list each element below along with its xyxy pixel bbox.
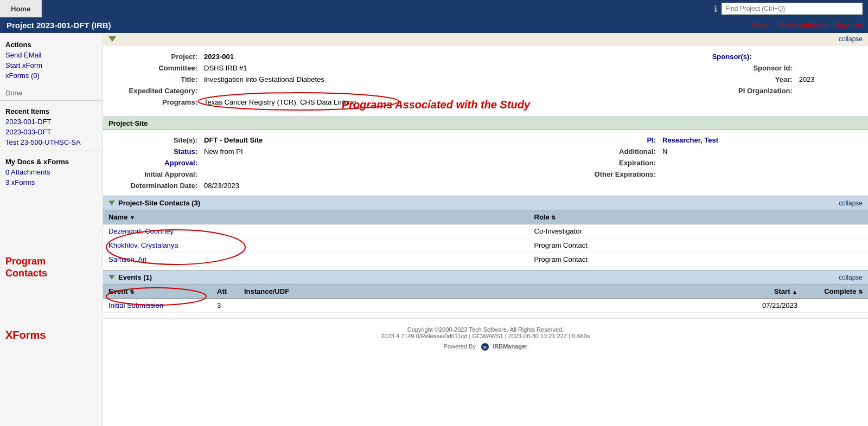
recent-item-2[interactable]: Test 23-500-UTHSC-SA [0,137,103,147]
approval-value [201,157,461,169]
sites-value: DFT - Default Site [201,134,461,146]
additional-value: N [659,146,857,157]
sidebar: Actions Send EMail Start xForm xForms (0… [0,33,103,426]
contacts-section-header: Project-Site Contacts (3) collapse [103,196,868,210]
committee-label: Committee: [114,62,201,74]
complete-header[interactable]: Complete ⇅ [803,285,868,299]
project-title: Project 2023-001-DFT (IRB) [7,21,111,30]
sort-icon-role: ⇅ [551,215,556,221]
start-xform-link[interactable]: Start xForm [0,60,103,70]
copyright-text: Copyright ©2000-2023 Tech Software. All … [111,326,860,333]
committee-value: DSHS IRB #1 [201,62,412,74]
actions-title: Actions [0,37,103,50]
other-exp-value [659,169,857,180]
collapse-link-top[interactable]: collapse [839,35,863,43]
help-icon: ℹ [714,4,717,14]
contact-name-cell[interactable]: Khokhlov, Crystalanya [103,238,529,253]
year-value: 2023 [796,74,857,85]
header-links: Help Test's Settings Sign off [753,21,861,29]
xforms-count-link[interactable]: 3 xForms [0,177,103,188]
programs-annotation-text: Programs Associated with the Study [342,99,530,111]
contact-name-cell[interactable]: Dezendorf, Courtney [103,224,529,238]
project-label: Project: [114,51,201,62]
xforms-link[interactable]: xForms (0) [0,70,103,81]
contacts-name-header[interactable]: Name ▼ [103,210,529,224]
contacts-triangle [108,201,115,205]
mydocs-title: My Docs & xForms [0,154,103,167]
contact-name-cell[interactable]: Samson, Ari [103,253,529,267]
year-label: Year: [709,74,796,85]
table-row: Samson, AriProgram Contact [103,253,868,267]
contacts-table-wrap: Name ▼ Role ⇅ Dezendorf, CourtneyCo-Inve… [103,210,868,267]
event-name-cell[interactable]: Initial Submission [103,299,212,313]
xforms-annotation: XForms [5,329,97,341]
done-label: Done [0,87,28,99]
irb-logo-icon: IR [481,343,489,351]
version-text: 2023.4.7149.0/Release/0d611cd | GCWAWS1 … [111,333,860,339]
home-tab[interactable]: Home [0,0,42,17]
project-info-section: Project: 2023-001 Sponsor(s): Committee:… [103,46,868,113]
event-header[interactable]: Event ⇅ [103,285,212,299]
additional-label: Additional: [572,146,659,157]
events-collapse-link[interactable]: collapse [839,274,863,281]
event-complete-cell [803,299,868,313]
svg-text:IR: IR [483,346,487,350]
att-header[interactable]: Att [212,285,239,299]
other-exp-label: Other Expirations: [572,169,659,180]
footer: Copyright ©2000-2023 Tech Software. All … [103,318,868,359]
events-triangle [108,275,115,280]
contact-role-cell: Co-Investigator [529,224,868,238]
signoff-link[interactable]: Sign off [835,21,861,29]
search-input[interactable] [722,3,863,15]
contact-role-cell: Program Contact [529,253,868,267]
recent-item-0[interactable]: 2023-001-DFT [0,117,103,127]
determination-value: 08/23/2023 [201,180,461,191]
contacts-collapse-link[interactable]: collapse [839,199,863,207]
expedited-value [201,85,412,96]
search-area: ℹ [42,0,868,17]
approval-label: Approval: [114,157,201,169]
sponsors-value [796,51,857,62]
recent-items-title: Recent Items [0,104,103,117]
pi-label: PI: [572,134,659,146]
table-row: Initial Submission307/21/2023 [103,299,868,313]
events-table-wrap: Event ⇅ Att Instance/UDF Start ▲ Complet… [103,285,868,313]
title-label: Title: [114,74,201,85]
site-info: Site(s): DFT - Default Site PI: Research… [103,130,868,196]
expedited-label: Expedited Category: [114,85,201,96]
top-nav: Home ℹ [0,0,868,17]
contacts-role-header[interactable]: Role ⇅ [529,210,868,224]
sponsor-id-value [796,62,857,74]
expiration-label: Expiration: [572,157,659,169]
sponsors-label: Sponsor(s): [709,51,796,62]
help-link[interactable]: Help [753,21,768,29]
status-value: New from PI [201,146,461,157]
table-row: Dezendorf, CourtneyCo-Investigator [103,224,868,238]
program-contacts-annotation: ProgramContacts [5,256,97,279]
start-header[interactable]: Start ▲ [727,285,803,299]
event-att-cell: 3 [212,299,239,313]
event-instance-cell [239,299,727,313]
send-email-link[interactable]: Send EMail [0,50,103,60]
sponsor-id-label: Sponsor Id: [709,62,796,74]
powered-text: Powered By IR IRBManager [111,343,860,351]
events-section-header: Events (1) collapse [103,270,868,285]
pi-org-value [796,85,857,96]
instance-header[interactable]: Instance/UDF [239,285,727,299]
recent-item-1[interactable]: 2023-033-DFT [0,127,103,137]
status-label: Status: [114,146,201,157]
triangle-icon [108,36,116,42]
attachments-link[interactable]: 0 Attachments [0,167,103,177]
expiration-value [659,157,857,169]
project-site-header: Project-Site [103,117,868,130]
project-value: 2023-001 [201,51,412,62]
pi-value: Researcher, Test [659,134,857,146]
contact-role-cell: Program Contact [529,238,868,253]
contacts-table: Name ▼ Role ⇅ Dezendorf, CourtneyCo-Inve… [103,210,868,267]
initial-approval-label: Initial Approval: [114,169,201,180]
event-start-cell: 07/21/2023 [727,299,803,313]
settings-link[interactable]: Test's Settings [777,21,827,29]
title-value: Investigation into Gestational Diabetes [201,74,709,85]
sites-label: Site(s): [114,134,201,146]
sort-icon: ▼ [130,215,135,221]
